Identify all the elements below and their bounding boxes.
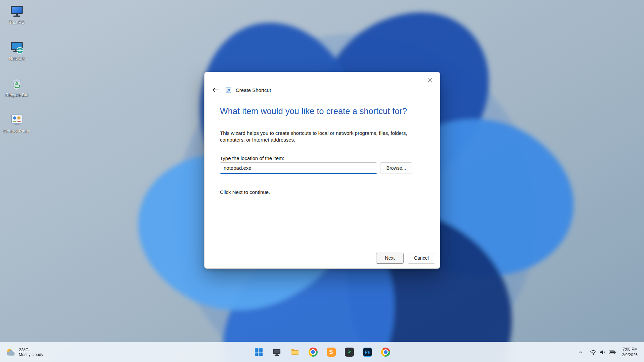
create-shortcut-dialog: Create Shortcut What item would you like…: [204, 72, 440, 269]
system-tray: 7:08 PM 2/9/2026: [575, 342, 643, 362]
desktop-icon-label: This PC: [9, 20, 25, 25]
hidden-icons-button[interactable]: [575, 345, 587, 359]
sublime-text-icon: S: [327, 348, 336, 357]
windows-logo-icon: [254, 348, 263, 357]
dialog-title: Create Shortcut: [236, 87, 271, 93]
desktop-icon-control-panel[interactable]: Control Panel: [1, 112, 33, 144]
taskbar-app-dark[interactable]: [269, 345, 284, 360]
photoshop-icon: Ps: [363, 348, 372, 357]
weather-icon: [5, 347, 16, 358]
chrome-button[interactable]: [305, 345, 321, 360]
desktop-icon-label: Network: [9, 56, 25, 61]
terminal-glyph: >: [348, 349, 351, 355]
weather-temperature: 23°C: [19, 347, 43, 352]
terminal-icon: >: [345, 348, 354, 357]
desktop-icon-column: This PC Network Recycle Bin Cont: [1, 3, 33, 148]
taskbar-center: S > Ps: [251, 342, 393, 362]
weather-widget[interactable]: 23°C Mostly cloudy: [2, 342, 47, 362]
volume-icon: [599, 349, 606, 356]
photoshop-glyph: Ps: [365, 350, 370, 355]
chevron-up-icon: [578, 349, 584, 356]
close-button[interactable]: [423, 75, 436, 86]
back-button[interactable]: [210, 85, 221, 95]
browser-button-2[interactable]: [378, 345, 393, 360]
location-input[interactable]: [220, 162, 377, 174]
clock-text: 7:08 PM 2/9/2026: [622, 347, 638, 357]
clock-widget[interactable]: 7:08 PM 2/9/2026: [619, 345, 640, 359]
dark-app-icon: [272, 348, 281, 357]
cancel-button[interactable]: Cancel: [408, 253, 435, 264]
clock-time: 7:08 PM: [622, 347, 638, 352]
wifi-icon: [590, 349, 597, 356]
desktop-icon-network[interactable]: Network: [1, 40, 33, 72]
browse-button[interactable]: Browse...: [380, 162, 412, 173]
recycle-bin-icon: [9, 76, 25, 91]
desktop-icon-label: Control Panel: [4, 129, 30, 134]
control-panel-icon: [9, 112, 25, 127]
location-label: Type the location of the item:: [220, 155, 284, 161]
this-pc-icon: [9, 3, 25, 19]
taskbar: 23°C Mostly cloudy: [0, 342, 644, 362]
network-icon: [9, 40, 25, 55]
back-arrow-icon: [213, 88, 219, 92]
dialog-header: Create Shortcut: [210, 84, 271, 96]
weather-condition: Mostly cloudy: [19, 352, 43, 357]
start-button[interactable]: [251, 345, 266, 360]
battery-icon: [608, 349, 616, 356]
next-button[interactable]: Next: [376, 253, 404, 264]
wizard-heading: What item would you like to create a sho…: [220, 106, 428, 116]
sublime-glyph: S: [329, 349, 333, 356]
dialog-footer: Next Cancel: [204, 252, 440, 264]
shortcut-wizard-icon: [226, 87, 231, 93]
weather-text: 23°C Mostly cloudy: [19, 347, 43, 357]
wizard-description: This wizard helps you to create shortcut…: [220, 130, 413, 144]
browser-icon-2: [381, 348, 390, 357]
chrome-icon: [309, 348, 318, 357]
photoshop-button[interactable]: Ps: [360, 345, 375, 360]
terminal-button[interactable]: >: [341, 345, 357, 360]
desktop-icon-this-pc[interactable]: This PC: [1, 3, 33, 36]
file-explorer-icon: [290, 348, 300, 357]
system-status-button[interactable]: [587, 345, 619, 359]
sublime-text-button[interactable]: S: [323, 345, 339, 360]
clock-date: 2/9/2026: [622, 352, 638, 358]
next-hint-text: Click Next to continue.: [220, 189, 270, 195]
desktop-icon-recycle-bin[interactable]: Recycle Bin: [1, 76, 33, 108]
close-icon: [428, 78, 432, 83]
desktop-icon-label: Recycle Bin: [5, 93, 29, 98]
file-explorer-button[interactable]: [287, 345, 303, 360]
